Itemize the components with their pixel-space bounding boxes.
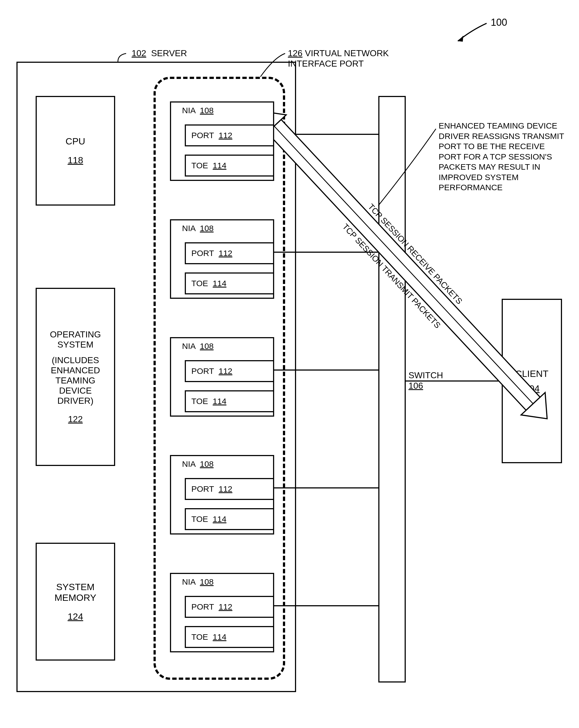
- os-box: OPERATING SYSTEM (INCLUDES ENHANCED TEAM…: [36, 288, 115, 466]
- nia-box: NIA 108 PORT 112 TOE 114: [170, 337, 274, 417]
- nia-label: NIA 108: [171, 103, 273, 115]
- toe-box: TOE 114: [185, 272, 274, 294]
- switch-box: [378, 96, 406, 682]
- toe-box: TOE 114: [185, 390, 274, 412]
- port-box: PORT 112: [185, 478, 274, 500]
- callout-text: ENHANCED TEAMING DEVICE DRIVER REASSIGNS…: [438, 121, 568, 193]
- nia-box: NIA 108 PORT 112 TOE 114: [170, 455, 274, 535]
- os-label1: OPERATING SYSTEM: [42, 330, 108, 350]
- toe-box: TOE 114: [185, 508, 274, 530]
- nia-label: NIA 108: [171, 574, 273, 587]
- os-label2: (INCLUDES ENHANCED TEAMING DEVICE DRIVER…: [42, 355, 108, 406]
- mem-label: SYSTEM MEMORY: [37, 582, 114, 603]
- nia-box: NIA 108 PORT 112 TOE 114: [170, 219, 274, 299]
- cpu-label: CPU: [66, 136, 85, 147]
- os-ref: 122: [68, 414, 82, 424]
- server-label: 102 SERVER: [132, 48, 187, 58]
- nia-label: NIA 108: [171, 220, 273, 233]
- nia-label: NIA 108: [171, 456, 273, 469]
- figure-ref: 100: [491, 17, 507, 28]
- nia-box: NIA 108 PORT 112 TOE 114: [170, 101, 274, 181]
- port-box: PORT 112: [185, 360, 274, 382]
- switch-label: SWITCH106: [408, 370, 452, 391]
- port-box: PORT 112: [185, 596, 274, 618]
- port-box: PORT 112: [185, 242, 274, 264]
- mem-ref: 124: [68, 611, 83, 622]
- cpu-box: CPU 118: [36, 96, 115, 206]
- client-box: CLIENT 104: [502, 299, 562, 463]
- nia-box: NIA 108 PORT 112 TOE 114: [170, 573, 274, 652]
- vnip-label: 126 VIRTUAL NETWORK INTERFACE PORT: [288, 48, 414, 69]
- client-label: CLIENT: [515, 368, 549, 379]
- client-ref: 104: [524, 383, 540, 394]
- mem-box: SYSTEM MEMORY 124: [36, 543, 115, 660]
- cpu-ref: 118: [68, 155, 83, 165]
- toe-box: TOE 114: [185, 155, 274, 177]
- port-box: PORT 112: [185, 125, 274, 146]
- toe-box: TOE 114: [185, 626, 274, 648]
- nia-label: NIA 108: [171, 338, 273, 351]
